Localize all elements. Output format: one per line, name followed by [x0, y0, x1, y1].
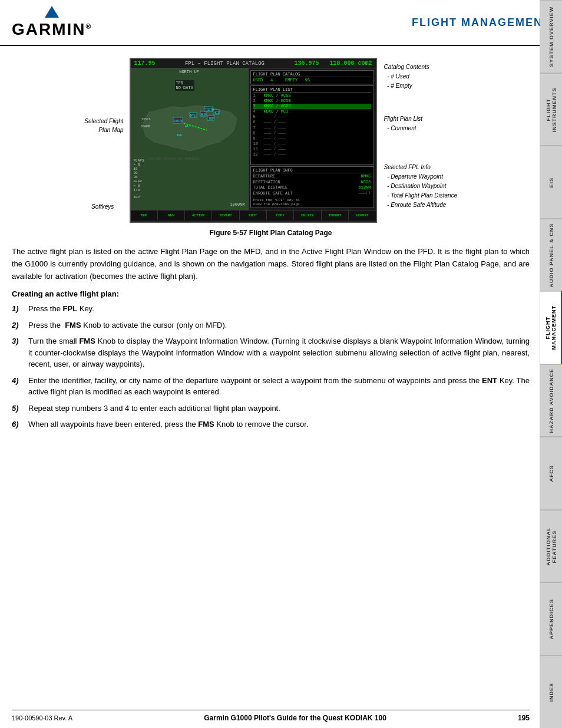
sidebar-tab-index[interactable]: INDEX: [540, 655, 562, 729]
sidebar-tab-flight-management[interactable]: FLIGHT MANAGEMENT: [540, 291, 562, 364]
fms-key-bold-3: FMS: [79, 337, 95, 345]
freq-left: 117.95: [134, 60, 156, 67]
fpl-destination-row: DESTINATION KCOS: [253, 180, 371, 186]
svg-text:HCI: HCI: [214, 111, 219, 115]
softkey-edit[interactable]: EDIT: [240, 210, 267, 220]
selected-flight-plan-map-label: Selected FlightPlan Map: [84, 117, 123, 134]
mfd-top-bar: 117.95 FPL – FLIGHT PLAN CATALOG 136.975…: [131, 59, 376, 68]
softkey-invert[interactable]: INVERT: [212, 210, 239, 220]
fpl-catalog-box: FLIGHT PLAN CATALOG USED 4 EMPTY 95: [250, 70, 374, 84]
fpl-list-row-8: 8——— / ———: [253, 131, 371, 136]
figure-wrapper: Selected FlightPlan Map 117.95 FPL – FLI…: [12, 58, 530, 223]
fpl-safe-alt-row: ENROUTE SAFE ALT ———FT: [253, 191, 371, 197]
fpl-key-bold: FPL: [63, 304, 78, 313]
left-label-area: Selected FlightPlan Map: [59, 58, 130, 134]
fpl-list-row-3: 3KMKC / KCOS: [253, 104, 371, 109]
step-3: 3) Turn the small FMS Knob to display th…: [12, 335, 530, 370]
annotation-flight-plan-list: Flight Plan List - Comment: [384, 114, 483, 133]
figure-caption: Figure 5-57 Flight Plan Catalog Page: [12, 229, 530, 237]
body-paragraph: The active flight plan is listed on the …: [12, 246, 530, 282]
mfd-title: FPL – FLIGHT PLAN CATALOG: [185, 61, 265, 67]
fpl-list-row-2: 2KMKC / KCOS: [253, 98, 371, 104]
fpl-list-row-5: 5——— / ———: [253, 114, 371, 120]
svg-text:335FT: 335FT: [141, 118, 150, 121]
ent-key-bold: ENT: [482, 376, 497, 385]
garmin-triangle-icon: [45, 6, 59, 18]
page-footer: 190-00590-03 Rev. A Garmin G1000 Pilot's…: [12, 710, 530, 722]
step-5: 5) Repeat step numbers 3 and 4 to enter …: [12, 403, 530, 414]
softkey-tbp[interactable]: TBP: [131, 210, 158, 220]
fpl-list-row-11: 11——— / ———: [253, 147, 371, 152]
fpl-info-title: FLIGHT PLAN INFO: [253, 168, 371, 173]
fpl-list-box: FLIGHT PLAN LIST 1KMKC / KCGS 2KMKC / KC…: [250, 85, 374, 165]
garmin-wordmark: GARMIN®: [12, 20, 92, 39]
step-1: 1) Press the FPL Key.: [12, 303, 530, 315]
fpl-list-row-1: 1KMKC / KCGS: [253, 93, 371, 98]
svg-text:BLN: BLN: [201, 113, 206, 117]
fpl-list-row-7: 7——— / ———: [253, 126, 371, 131]
fms-key-bold-2: FMS: [65, 321, 81, 330]
map-scale: 1000NM: [230, 202, 244, 207]
fpl-catalog-title: FLIGHT PLAN CATALOG: [253, 72, 371, 77]
sidebar-tab-flight-instruments[interactable]: FLIGHT INSTRUMENTS: [540, 73, 562, 146]
mfd-screen: 117.95 FPL – FLIGHT PLAN CATALOG 136.975…: [130, 58, 377, 223]
sidebar-tab-eis[interactable]: EIS: [540, 146, 562, 219]
sidebar-tab-additional-features[interactable]: ADDITIONAL FEATURES: [540, 510, 562, 583]
fpl-list-row-10: 10——— / ———: [253, 141, 371, 147]
softkey-delete[interactable]: DELETE: [294, 210, 321, 220]
softkey-active[interactable]: ACTIVE: [185, 210, 212, 220]
fpl-list-row-12: 12——— / ———: [253, 152, 371, 157]
section-heading: Creating an active flight plan:: [12, 289, 530, 298]
map-flaps-indicator: FLAPS= B162036ELEV= BT/o: [134, 159, 144, 193]
map-trk-label: TBP: [134, 195, 140, 199]
svg-marker-0: [143, 106, 237, 151]
softkey-import[interactable]: IMPORT: [322, 210, 349, 220]
fpl-list-row-9: 9——— / ———: [253, 136, 371, 141]
fpl-distance-row: TOTAL DISTANCE 618NM: [253, 185, 371, 191]
step-2: 2) Press the FMS Knob to activate the cu…: [12, 319, 530, 331]
garmin-logo: GARMIN®: [12, 6, 92, 39]
footer-doc-number: 190-00590-03 Rev. A: [12, 714, 72, 722]
annotation-selected-fpl-info: Selected FPL Info - Departure Waypoint -…: [384, 163, 483, 210]
page-header: GARMIN® FLIGHT MANAGEMENT: [0, 0, 562, 46]
step-6: 6) When all waypoints have been entered,…: [12, 419, 530, 430]
footer-guide-title: Garmin G1000 Pilot's Guide for the Quest…: [204, 714, 386, 722]
right-sidebar: SYSTEM OVERVIEW FLIGHT INSTRUMENTS EIS A…: [540, 0, 562, 728]
page-title: FLIGHT MANAGEMENT: [412, 17, 550, 29]
steps-list: 1) Press the FPL Key. 2) Press the FMS K…: [12, 303, 530, 430]
svg-text:MYS: MYS: [190, 114, 196, 118]
fpl-list-title: FLIGHT PLAN LIST: [253, 87, 371, 93]
sidebar-tab-system-overview[interactable]: SYSTEM OVERVIEW: [540, 0, 562, 73]
map-svg: HOCAL MYS BLN HCI TGETO T: [131, 77, 249, 201]
softkey-export[interactable]: EXPORT: [349, 210, 375, 220]
mfd-map: NORTH UP TFRNO DATA HOCAL MYS: [131, 68, 249, 210]
softkey-new[interactable]: NEW: [158, 210, 185, 220]
main-content: Selected FlightPlan Map 117.95 FPL – FLI…: [0, 46, 562, 442]
sidebar-tab-afcs[interactable]: AFCS: [540, 437, 562, 510]
svg-text:FSHMM: FSHMM: [141, 125, 150, 129]
step-4: 4) Enter the identifier, facility, or ci…: [12, 375, 530, 398]
figure-inner: Selected FlightPlan Map 117.95 FPL – FLI…: [12, 58, 530, 223]
sidebar-tab-audio-panel[interactable]: AUDIO PANEL & CNS: [540, 219, 562, 292]
softkeys-label: Softkeys: [91, 203, 114, 210]
mfd-softkeys-bar: TBP NEW ACTIVE INVERT EDIT COPY DELETE I…: [131, 210, 376, 220]
svg-text:TOP: TOP: [209, 117, 214, 121]
svg-text:TRE: TRE: [177, 134, 182, 137]
svg-text:TGETO: TGETO: [205, 108, 214, 112]
catalog-used-label: USED 4 EMPTY 95: [253, 78, 310, 83]
annotation-catalog-contents: Catalog Contents - # Used - # Empty: [384, 62, 483, 91]
fms-key-bold-6: FMS: [198, 420, 214, 429]
mfd-body: NORTH UP TFRNO DATA HOCAL MYS: [131, 68, 376, 210]
right-annotation-area: Catalog Contents - # Used - # Empty Flig…: [377, 58, 483, 210]
fpl-info-box: FLIGHT PLAN INFO DEPARTURE KMKC DESTINAT…: [250, 166, 374, 208]
fpl-press-note: Press the 'FPL' key toview the previous …: [253, 198, 371, 206]
mfd-right-panel: FLIGHT PLAN CATALOG USED 4 EMPTY 95 FLIG…: [249, 68, 376, 210]
softkey-copy[interactable]: COPY: [267, 210, 294, 220]
sidebar-tab-appendices[interactable]: APPENDICES: [540, 582, 562, 655]
sidebar-tab-hazard-avoidance[interactable]: HAZARD AVOIDANCE: [540, 364, 562, 437]
svg-text:AA: AA: [185, 125, 189, 129]
footer-page-number: 195: [518, 714, 530, 722]
svg-text:HOCAL: HOCAL: [174, 120, 183, 123]
fpl-list-row-4: 4KDXD / MCI: [253, 109, 371, 114]
freq-right: 136.975 118.000 com2: [294, 60, 372, 67]
